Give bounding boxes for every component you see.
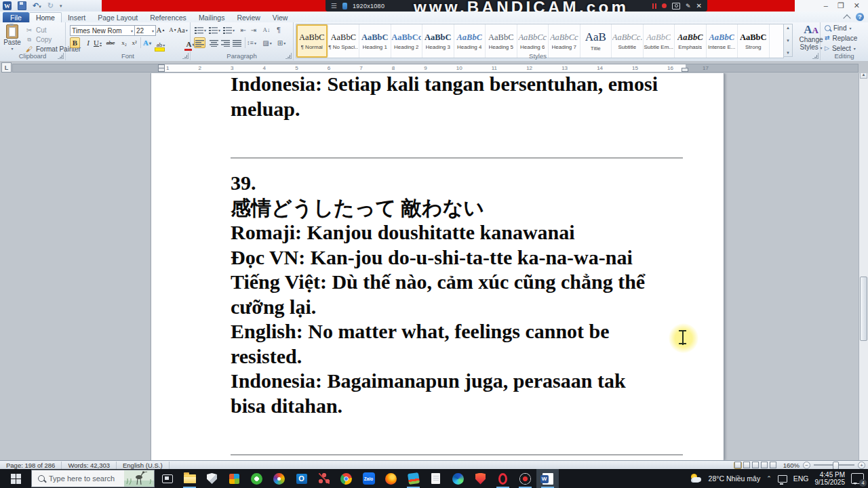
decrease-indent-button[interactable]: ⇤ <box>238 24 249 35</box>
increase-indent-button[interactable]: ⇥ <box>248 24 259 35</box>
bluestacks-icon[interactable] <box>402 469 425 488</box>
red-network-app-icon[interactable] <box>313 469 335 488</box>
zoom-in-button[interactable]: + <box>858 462 865 469</box>
tab-selector[interactable]: L <box>1 62 12 73</box>
highlight-color-button[interactable]: ab▾ <box>155 39 166 50</box>
find-button[interactable]: Find▾ <box>825 23 868 33</box>
ribbon-tab[interactable]: Home <box>29 12 62 22</box>
notification-icon[interactable]: 4 <box>851 473 864 484</box>
edge-icon[interactable] <box>447 469 469 488</box>
word-taskbar-icon[interactable] <box>536 469 559 488</box>
draft-view-button[interactable] <box>769 462 777 469</box>
show-hide-pilcrow-button[interactable]: ¶ <box>273 24 284 35</box>
ribbon-tab[interactable]: Insert <box>62 12 92 22</box>
line-spacing-button[interactable]: ↕≡▾ <box>246 37 257 48</box>
minimize-button[interactable]: – <box>824 2 828 9</box>
font-family-select[interactable]: Times New Rom▾ <box>70 25 135 36</box>
ribbon-tab[interactable]: References <box>144 12 193 22</box>
strikethrough-button[interactable]: abe <box>105 37 116 48</box>
tray-expand-icon[interactable]: ⌃ <box>766 475 772 482</box>
page-count-status[interactable]: Page: 198 of 286 <box>0 462 62 469</box>
input-language[interactable]: ENG <box>793 474 809 483</box>
word-logo-icon[interactable]: W <box>3 1 12 10</box>
redo-icon[interactable]: ↻ <box>47 1 54 10</box>
outline-view-button[interactable] <box>760 462 768 469</box>
taskbar-clock[interactable]: 4:45 PM 9/15/2025 <box>815 471 846 486</box>
font-size-select[interactable]: 22▾ <box>134 25 156 36</box>
grow-font-button[interactable]: A▲ <box>155 24 166 35</box>
left-indent-marker[interactable] <box>158 68 165 72</box>
help-icon[interactable]: ? <box>856 13 864 21</box>
replace-button[interactable]: ⇄ Replace <box>825 33 868 43</box>
network-icon[interactable] <box>778 475 787 483</box>
restore-button[interactable]: ❐ <box>837 2 844 9</box>
vertical-scrollbar[interactable]: ▤ ▲ <box>859 73 868 460</box>
document-page[interactable]: Indonesia: Setiap kali tangan bersentuha… <box>151 73 724 460</box>
borders-button[interactable]: ⊞▾ <box>276 37 287 48</box>
print-layout-view-button[interactable] <box>734 462 742 469</box>
right-indent-marker[interactable] <box>682 68 688 72</box>
web-layout-view-button[interactable] <box>751 462 760 469</box>
task-view-icon[interactable] <box>156 469 178 488</box>
start-button[interactable] <box>0 469 31 488</box>
notepad-icon[interactable] <box>425 469 447 488</box>
shading-button[interactable]: ▨▾ <box>262 37 273 48</box>
qat-more-icon[interactable]: ▾ <box>60 3 62 9</box>
bold-button[interactable]: B <box>70 37 80 48</box>
scrollbar-thumb[interactable] <box>860 277 867 341</box>
brave-icon[interactable] <box>469 469 492 488</box>
zoom-out-button[interactable]: − <box>803 462 810 469</box>
underline-button[interactable]: U▾ <box>92 37 103 48</box>
text-effects-button[interactable]: A▾ <box>142 37 153 48</box>
collapse-ribbon-icon[interactable] <box>843 14 850 22</box>
align-right-button[interactable] <box>220 37 231 48</box>
zalo-icon[interactable]: Zalo <box>357 469 380 488</box>
ribbon-tab[interactable]: File <box>3 12 29 22</box>
bullets-button[interactable]: ▾ <box>194 24 207 35</box>
bandicam-icon[interactable] <box>514 469 536 488</box>
font-dialog-launcher-icon[interactable] <box>182 53 189 59</box>
align-center-button[interactable] <box>208 37 219 48</box>
styles-dialog-launcher-icon[interactable] <box>812 53 818 59</box>
subscript-button[interactable]: x₂ <box>119 37 130 48</box>
numbering-button[interactable]: ▾ <box>208 24 221 35</box>
multilevel-list-button[interactable]: ▾ <box>222 24 235 35</box>
file-explorer-icon[interactable] <box>178 469 201 488</box>
windows-security-icon[interactable] <box>201 469 223 488</box>
styles-scroll-down-icon[interactable]: ▼ <box>786 39 790 43</box>
word-count-status[interactable]: Words: 42,303 <box>62 462 117 469</box>
ribbon-tab[interactable]: Review <box>231 12 266 22</box>
firefox-icon[interactable] <box>380 469 402 488</box>
styles-more-icon[interactable]: ▼ <box>786 51 790 55</box>
bandicam-menu-icon[interactable]: ☰ <box>331 3 337 9</box>
taskbar-search-input[interactable]: Type here to search <box>31 470 155 487</box>
coccoc-browser-icon[interactable] <box>245 469 268 488</box>
styles-scroll-up-icon[interactable]: ▲ <box>786 26 790 30</box>
undo-icon[interactable]: ↶▾ <box>33 1 41 10</box>
opera-icon[interactable] <box>492 469 514 488</box>
paragraph-dialog-launcher-icon[interactable] <box>285 53 292 59</box>
ribbon-tab[interactable]: Page Layout <box>92 12 144 22</box>
fullscreen-reading-view-button[interactable] <box>743 462 751 469</box>
sort-button[interactable]: A↓ <box>261 24 272 35</box>
change-case-button[interactable]: Aa▾ <box>176 24 189 35</box>
zoom-slider[interactable] <box>814 464 854 466</box>
photo-tiles-app-icon[interactable] <box>223 469 245 488</box>
weather-icon[interactable] <box>690 474 703 483</box>
superscript-button[interactable]: x² <box>129 37 140 48</box>
copy-button[interactable]: ⧉Copy <box>24 35 52 44</box>
chrome-icon[interactable] <box>335 469 357 488</box>
save-icon[interactable] <box>18 1 26 10</box>
zoom-level[interactable]: 160% <box>783 462 800 469</box>
weather-status[interactable]: 28°C Nhiều mây <box>709 474 761 483</box>
cut-button[interactable]: ✂Cut <box>24 26 47 35</box>
ribbon-tab[interactable]: Mailings <box>193 12 231 22</box>
clipboard-dialog-launcher-icon[interactable] <box>58 53 64 59</box>
justify-button[interactable] <box>231 37 242 48</box>
document-text[interactable]: Indonesia: Setiap kali tangan bersentuha… <box>231 73 698 460</box>
outlook-icon[interactable] <box>290 469 313 488</box>
language-status[interactable]: English (U.S.) <box>117 462 170 469</box>
horizontal-ruler[interactable]: 1234567891011121314151617 <box>12 64 859 73</box>
ribbon-tab[interactable]: View <box>267 12 294 22</box>
photos-pinwheel-icon[interactable] <box>268 469 290 488</box>
